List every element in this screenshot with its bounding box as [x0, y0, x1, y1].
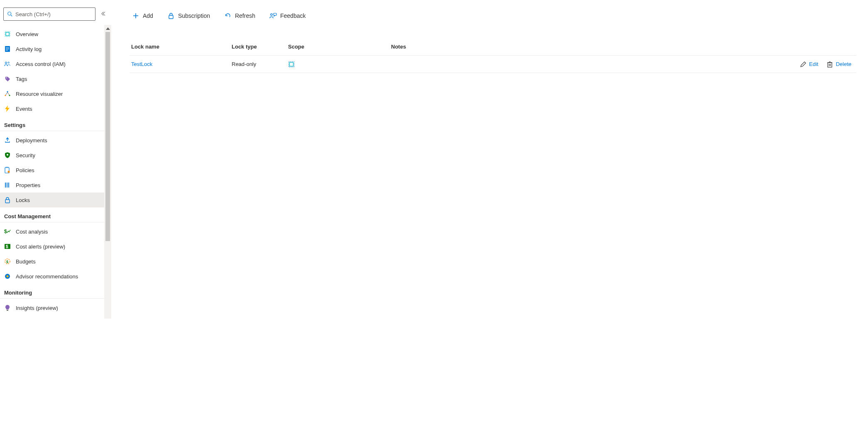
- refresh-button[interactable]: Refresh: [222, 9, 258, 22]
- sidebar-section-settings: Settings: [0, 116, 111, 131]
- tag-icon: [4, 76, 11, 82]
- svg-rect-33: [169, 15, 173, 19]
- people-icon: [4, 61, 11, 67]
- svg-point-16: [7, 154, 8, 156]
- svg-rect-35: [274, 13, 276, 15]
- svg-point-13: [9, 95, 10, 96]
- svg-point-10: [6, 77, 7, 78]
- svg-line-14: [6, 93, 7, 95]
- sidebar-item-locks[interactable]: Locks: [0, 193, 111, 207]
- sidebar-item-label: Policies: [16, 167, 34, 173]
- col-header-scope: Scope: [288, 44, 391, 50]
- sidebar-item-tags[interactable]: Tags: [0, 71, 111, 86]
- sidebar-item-label: Access control (IAM): [16, 61, 66, 67]
- feedback-button-label: Feedback: [280, 12, 306, 19]
- edit-button[interactable]: Edit: [797, 59, 821, 69]
- sidebar-item-label: Insights (preview): [16, 305, 58, 311]
- sidebar-item-label: Cost analysis: [16, 229, 48, 235]
- graph-icon: [4, 90, 11, 97]
- lock-scope-cell: [288, 61, 391, 68]
- lock-type-cell: Read-only: [232, 61, 288, 67]
- sidebar-scroll-container: Overview Activity log Access control (IA…: [0, 24, 111, 424]
- pencil-icon: [800, 61, 807, 68]
- sidebar-item-overview[interactable]: Overview: [0, 27, 111, 41]
- svg-line-15: [7, 93, 9, 95]
- sidebar-item-label: Properties: [16, 182, 40, 188]
- svg-rect-21: [8, 183, 9, 188]
- svg-point-18: [8, 171, 10, 173]
- sidebar-section-monitoring: Monitoring: [0, 284, 111, 299]
- policy-icon: [4, 167, 11, 173]
- svg-rect-22: [5, 200, 10, 203]
- sidebar-item-label: Tags: [16, 76, 27, 82]
- add-button[interactable]: Add: [130, 9, 156, 22]
- delete-button-label: Delete: [836, 61, 851, 67]
- delete-button[interactable]: Delete: [824, 59, 854, 69]
- svg-rect-36: [290, 62, 293, 66]
- toolbar: Add Subscription Refresh Feedback: [130, 7, 856, 24]
- scrollbar-thumb[interactable]: [105, 32, 110, 241]
- sidebar-item-label: Events: [16, 106, 32, 112]
- sidebar-item-cost-analysis[interactable]: $ Cost analysis: [0, 224, 111, 239]
- sidebar-item-advisor[interactable]: Advisor recommendations: [0, 269, 111, 284]
- collapse-sidebar-icon[interactable]: [101, 11, 108, 17]
- svg-text:$: $: [4, 229, 7, 234]
- svg-rect-19: [5, 183, 6, 188]
- budget-icon: $: [4, 258, 11, 265]
- sidebar-search-box[interactable]: [3, 7, 95, 21]
- svg-text:$: $: [6, 260, 8, 264]
- sidebar-item-label: Advisor recommendations: [16, 273, 78, 280]
- plus-icon: [132, 12, 139, 19]
- sidebar-item-label: Budgets: [16, 258, 36, 265]
- log-icon: [4, 46, 11, 52]
- shield-icon: [4, 152, 11, 158]
- sidebar-item-policies[interactable]: Policies: [0, 163, 111, 178]
- add-button-label: Add: [143, 12, 153, 19]
- trash-icon: [826, 61, 833, 68]
- svg-line-1: [11, 15, 12, 17]
- table-header: Lock name Lock type Scope Notes: [130, 38, 856, 56]
- sidebar-menu: Overview Activity log Access control (IA…: [0, 24, 111, 315]
- resource-group-icon: [288, 61, 391, 68]
- lock-icon: [167, 12, 175, 19]
- sidebar-item-label: Security: [16, 152, 35, 158]
- sidebar-item-label: Cost alerts (preview): [16, 244, 65, 250]
- svg-text:$: $: [6, 244, 8, 249]
- lock-name-link[interactable]: TestLock: [131, 61, 152, 67]
- search-input[interactable]: [15, 11, 92, 17]
- edit-button-label: Edit: [809, 61, 818, 67]
- deploy-icon: [4, 137, 11, 144]
- sidebar-item-label: Deployments: [16, 137, 47, 144]
- sidebar-scrollbar[interactable]: [104, 25, 111, 319]
- svg-point-8: [5, 62, 7, 63]
- scrollbar-up-arrow[interactable]: [104, 25, 111, 32]
- sidebar-item-access-control[interactable]: Access control (IAM): [0, 56, 111, 71]
- sidebar-item-properties[interactable]: Properties: [0, 178, 111, 193]
- refresh-button-label: Refresh: [235, 12, 255, 19]
- svg-point-29: [7, 275, 9, 278]
- sidebar-item-label: Activity log: [16, 46, 42, 52]
- sidebar-item-deployments[interactable]: Deployments: [0, 133, 111, 148]
- sidebar-item-events[interactable]: Events: [0, 101, 111, 116]
- svg-point-11: [7, 91, 8, 92]
- cost-icon: $: [4, 228, 11, 235]
- sidebar-section-cost: Cost Management: [0, 207, 111, 222]
- sidebar-item-label: Overview: [16, 31, 38, 37]
- subscription-button[interactable]: Subscription: [165, 9, 213, 22]
- refresh-icon: [224, 12, 232, 19]
- feedback-icon: [269, 12, 277, 19]
- cost-alert-icon: $: [4, 243, 11, 250]
- feedback-button[interactable]: Feedback: [267, 9, 308, 22]
- sidebar-item-activity-log[interactable]: Activity log: [0, 41, 111, 56]
- svg-point-0: [8, 12, 11, 15]
- sidebar-item-label: Locks: [16, 197, 30, 203]
- table-row: TestLock Read-only Edit: [130, 56, 856, 73]
- sidebar-item-cost-alerts[interactable]: $ Cost alerts (preview): [0, 239, 111, 254]
- sidebar-item-resource-visualizer[interactable]: Resource visualizer: [0, 86, 111, 101]
- lightning-icon: [4, 105, 11, 112]
- subscription-button-label: Subscription: [178, 12, 210, 19]
- sidebar-item-security[interactable]: Security: [0, 148, 111, 163]
- svg-point-9: [8, 62, 9, 63]
- sidebar-item-insights[interactable]: Insights (preview): [0, 300, 111, 315]
- sidebar-item-budgets[interactable]: $ Budgets: [0, 254, 111, 269]
